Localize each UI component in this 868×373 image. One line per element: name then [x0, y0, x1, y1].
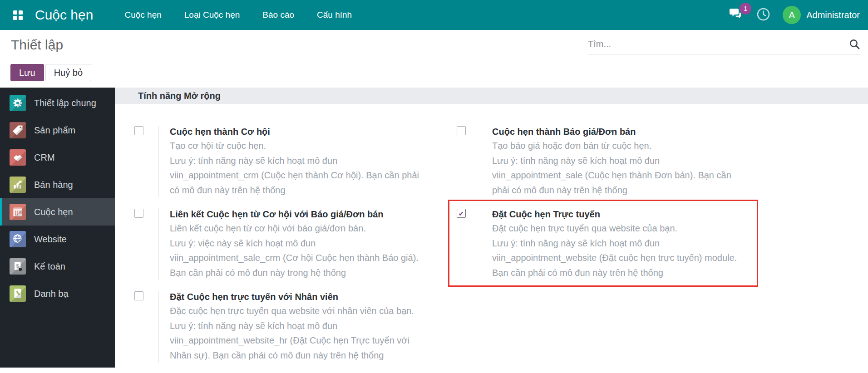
- settings-main: Tính năng Mở rộng Cuộc hẹn thành Cơ hộiT…: [115, 88, 868, 368]
- settings-sidebar: Thiết lập chungSản phẩmCRMBán hàngCuộc h…: [0, 88, 115, 368]
- top-navbar: Cuộc hẹn Cuộc hẹnLoại Cuộc hẹnBáo cáoCấu…: [0, 0, 868, 30]
- setting-description-line: viin_appointment_sale_crm (Cơ hội Cuộc h…: [170, 250, 446, 265]
- setting-title[interactable]: Cuộc hẹn thành Cơ hội: [170, 126, 446, 137]
- content-area: Thiết lập chungSản phẩmCRMBán hàngCuộc h…: [0, 88, 868, 368]
- topbar-menu-item[interactable]: Báo cáo: [251, 0, 306, 30]
- top-menu: Cuộc hẹnLoại Cuộc hẹnBáo cáoCấu hình: [113, 0, 363, 30]
- topbar-menu-item[interactable]: Cấu hình: [306, 0, 363, 30]
- handshake-icon: [10, 149, 26, 166]
- save-button[interactable]: Lưu: [10, 64, 44, 81]
- setting-text: Cuộc hẹn thành Báo giá/Đơn bánTạo báo gi…: [481, 126, 769, 197]
- setting-text: Liên kết Cuộc hẹn từ Cơ hội với Báo giá/…: [158, 208, 446, 280]
- setting-checkbox-checked[interactable]: [457, 209, 466, 218]
- setting-description-line: Liên kết cuộc hẹn từ cơ hội với báo giá/…: [170, 221, 446, 236]
- calendar-icon: [10, 204, 26, 220]
- sidebar-item-gear[interactable]: Thiết lập chung: [0, 89, 115, 117]
- section-header: Tính năng Mở rộng: [115, 88, 868, 104]
- search-icon[interactable]: [849, 39, 860, 50]
- discard-button[interactable]: Huỷ bỏ: [45, 64, 91, 81]
- setting-checkbox[interactable]: [134, 291, 143, 300]
- sidebar-item-label: Bán hàng: [34, 180, 73, 190]
- setting-description-line: viin_appointment_website (Đặt cuộc hẹn t…: [492, 250, 757, 265]
- topbar-menu-item[interactable]: Cuộc hẹn: [113, 0, 173, 30]
- sidebar-item-calendar[interactable]: Cuộc hẹn: [0, 198, 115, 226]
- setting-description-line: Lưu ý: tính năng này sẽ kích hoạt mô đun: [170, 153, 446, 168]
- setting-block: Liên kết Cuộc hẹn từ Cơ hội với Báo giá/…: [133, 208, 446, 280]
- sidebar-item-label: Kế toán: [34, 261, 65, 272]
- checkbox-cell: [133, 126, 158, 197]
- setting-description-line: Nhân sự). Bạn cần phải có mô đun này trê…: [170, 348, 446, 363]
- setting-description-line: Bạn cần phải có mô đun này trên hệ thống: [492, 265, 757, 280]
- setting-description-line: phải có mô đun này trên hệ thống: [492, 183, 769, 198]
- setting-block: Đặt Cuộc hẹn trực tuyến với Nhân viênĐặc…: [133, 291, 446, 363]
- topbar-right: 1 A Administrator: [729, 6, 860, 24]
- contact-icon: [10, 285, 26, 302]
- checkbox-cell: [133, 208, 158, 280]
- app-title[interactable]: Cuộc hẹn: [35, 7, 93, 23]
- setting-text: Cuộc hẹn thành Cơ hộiTạo cơ hội từ cuộc …: [158, 126, 446, 197]
- setting-description: Tạo báo giá hoặc đơn bán từ cuộc hẹn.Lưu…: [492, 138, 769, 197]
- setting-description-line: Lưu ý: việc này sẽ kích hoạt mô đun: [170, 236, 446, 251]
- setting-description-line: Tạo báo giá hoặc đơn bán từ cuộc hẹn.: [492, 138, 769, 153]
- sidebar-item-tag[interactable]: Sản phẩm: [0, 117, 115, 144]
- sidebar-item-label: Danh bạ: [34, 289, 69, 299]
- setting-title[interactable]: Cuộc hẹn thành Báo giá/Đơn bán: [492, 126, 769, 137]
- svg-text:$: $: [16, 263, 19, 269]
- setting-block: Cuộc hẹn thành Cơ hộiTạo cơ hội từ cuộc …: [133, 126, 446, 197]
- chat-icon: [729, 14, 744, 22]
- tag-icon: [10, 122, 26, 138]
- setting-block-highlighted: Đặt Cuộc hẹn Trực tuyếnĐặt cuộc hẹn trực…: [448, 200, 758, 287]
- setting-description-line: Đặt cuộc hẹn trực tuyến qua website của …: [492, 221, 757, 236]
- sidebar-item-label: Website: [34, 234, 67, 245]
- sidebar-item-contact[interactable]: Danh bạ: [0, 280, 115, 307]
- setting-description-line: Đặc cuộc hẹn trực tuyến qua website với …: [170, 304, 446, 319]
- sidebar-item-handshake[interactable]: CRM: [0, 144, 115, 171]
- setting-checkbox[interactable]: [134, 209, 143, 218]
- sidebar-item-bar-chart[interactable]: Bán hàng: [0, 171, 115, 198]
- checkbox-cell: [455, 126, 481, 197]
- setting-description: Đặt cuộc hẹn trực tuyến qua website của …: [492, 221, 757, 280]
- search-input[interactable]: [588, 39, 849, 49]
- apps-menu-icon[interactable]: [13, 10, 23, 20]
- setting-title[interactable]: Đặt Cuộc hẹn Trực tuyến: [492, 208, 757, 220]
- setting-title[interactable]: Đặt Cuộc hẹn trực tuyến với Nhân viên: [170, 291, 446, 303]
- user-name: Administrator: [806, 10, 860, 20]
- avatar: A: [783, 6, 801, 24]
- clock-icon: [756, 7, 770, 23]
- messages-badge: 1: [740, 3, 751, 15]
- page-title: Thiết lập: [11, 37, 63, 53]
- setting-text: Đặt Cuộc hẹn trực tuyến với Nhân viênĐặc…: [158, 291, 446, 363]
- sidebar-item-label: Cuộc hẹn: [34, 207, 73, 217]
- topbar-menu-item[interactable]: Loại Cuộc hẹn: [173, 0, 252, 30]
- activities-button[interactable]: [756, 7, 770, 23]
- sidebar-item-invoice[interactable]: $Kế toán: [0, 253, 115, 280]
- setting-checkbox[interactable]: [134, 126, 143, 135]
- setting-description: Đặc cuộc hẹn trực tuyến qua website với …: [170, 304, 446, 363]
- setting-block: Cuộc hẹn thành Báo giá/Đơn bánTạo báo gi…: [455, 126, 769, 197]
- setting-description-line: viin_appointment_crm (Cuộc hẹn thành Cơ …: [170, 168, 446, 183]
- settings-grid: Cuộc hẹn thành Cơ hộiTạo cơ hội từ cuộc …: [115, 104, 868, 363]
- setting-description-line: viin_appointment_sale (Cuộc hẹn thành Đơ…: [492, 168, 769, 183]
- setting-text: Đặt Cuộc hẹn Trực tuyếnĐặt cuộc hẹn trực…: [481, 208, 757, 280]
- user-menu[interactable]: A Administrator: [783, 6, 860, 24]
- bar-chart-icon: [10, 177, 26, 193]
- setting-description-line: viin_appointment_website_hr (Đặt Cuộc hẹ…: [170, 333, 446, 348]
- setting-title[interactable]: Liên kết Cuộc hẹn từ Cơ hội với Báo giá/…: [170, 208, 446, 220]
- invoice-icon: $: [10, 258, 26, 275]
- sidebar-item-label: Sản phẩm: [34, 125, 75, 136]
- gear-icon: [10, 95, 26, 111]
- setting-description-line: có mô đun này trên hệ thống: [170, 183, 446, 198]
- checkbox-cell: [455, 208, 481, 280]
- setting-description: Tạo cơ hội từ cuộc hẹn.Lưu ý: tính năng …: [170, 138, 446, 197]
- globe-icon: [10, 231, 26, 247]
- sidebar-item-globe[interactable]: Website: [0, 226, 115, 253]
- setting-description: Liên kết cuộc hẹn từ cơ hội với báo giá/…: [170, 221, 446, 280]
- setting-description-line: Lưu ý: tính năng này sẽ kích hoạt mô đun: [492, 236, 757, 251]
- button-row: Lưu Huỷ bỏ: [10, 64, 91, 81]
- setting-checkbox[interactable]: [457, 126, 466, 135]
- setting-description-line: Tạo cơ hội từ cuộc hẹn.: [170, 138, 446, 153]
- messages-button[interactable]: 1: [729, 8, 744, 22]
- search-bar: [588, 34, 860, 54]
- sidebar-item-label: Thiết lập chung: [34, 98, 96, 108]
- setting-description-line: Lưu ý: tính năng này sẽ kích hoạt mô đun: [170, 319, 446, 334]
